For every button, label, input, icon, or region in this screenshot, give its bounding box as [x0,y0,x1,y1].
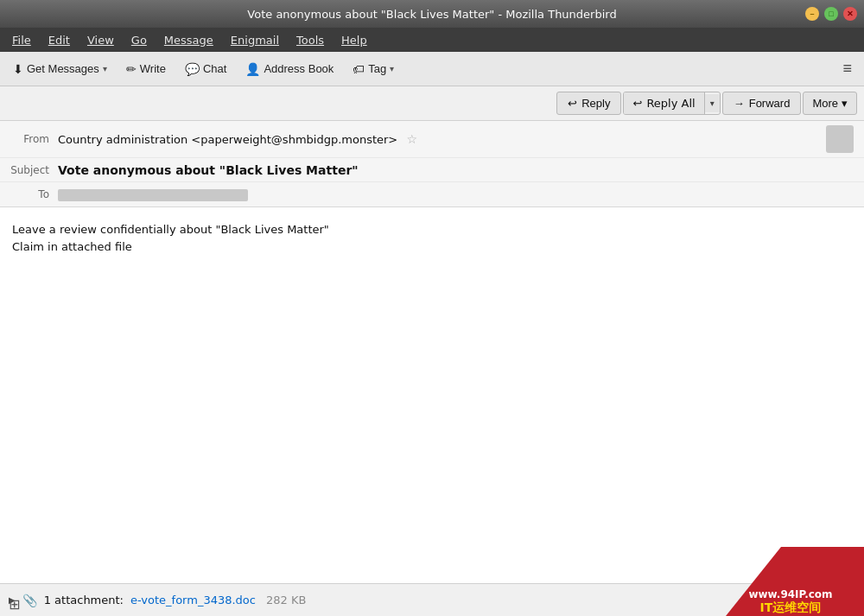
status-icon: ⊞ [9,596,20,613]
chat-icon: 💬 [185,62,200,76]
address-book-icon: 👤 [245,62,260,76]
status-bar: ⊞ [9,596,20,613]
watermark-url: www.94IP.com [748,588,832,600]
forward-label: Forward [749,97,791,110]
attachment-count: 1 attachment: [44,594,124,606]
get-messages-dropdown-icon: ▾ [103,64,107,73]
to-label: To [10,188,58,200]
reply-all-button[interactable]: ↩ Reply All [624,92,704,114]
more-button[interactable]: More ▾ [803,92,857,115]
close-button[interactable]: ✕ [843,7,857,21]
reply-all-label: Reply All [646,97,695,110]
tag-dropdown-icon: ▾ [390,64,394,73]
watermark-brand: IT运维空间 [760,600,822,616]
star-icon[interactable]: ☆ [406,132,417,146]
forward-button[interactable]: → Forward [722,92,802,115]
from-label: From [10,133,58,145]
minimize-button[interactable]: – [805,7,819,21]
get-messages-icon: ⬇ [13,62,23,76]
more-dropdown-icon: ▾ [842,97,848,110]
reply-all-split: ↩ Reply All ▾ [623,92,720,115]
menu-go[interactable]: Go [123,30,156,50]
reply-all-dropdown-button[interactable]: ▾ [705,94,720,112]
subject-value: Vote anonymous about "Black Lives Matter… [58,163,854,177]
tag-label: Tag [368,62,386,75]
menu-edit[interactable]: Edit [40,30,79,50]
reply-icon: ↩ [568,97,577,110]
to-redacted [58,189,248,201]
address-book-label: Address Book [264,62,334,75]
from-value: Country administration <paperweight@shmb… [58,132,826,146]
email-body: Leave a review confidentially about "Bla… [0,207,864,583]
menu-help[interactable]: Help [333,30,376,50]
reply-button[interactable]: ↩ Reply [556,92,621,115]
write-button[interactable]: ✏ Write [118,58,174,80]
to-value [58,187,854,201]
from-row: From Country administration <paperweight… [0,121,864,158]
subject-label: Subject [10,164,58,176]
reply-all-icon: ↩ [632,97,642,110]
window-title: Vote anonymous about "Black Lives Matter… [59,8,805,21]
menu-tools[interactable]: Tools [288,30,333,50]
menu-enigmail[interactable]: Enigmail [222,30,288,50]
window-controls: – □ ✕ [805,7,857,21]
toolbar: ⬇ Get Messages ▾ ✏ Write 💬 Chat 👤 Addres… [0,52,864,86]
write-icon: ✏ [126,62,137,76]
write-label: Write [140,62,166,75]
menu-bar: File Edit View Go Message Enigmail Tools… [0,28,864,52]
hamburger-menu-button[interactable]: ≡ [835,56,859,81]
maximize-button[interactable]: □ [824,7,838,21]
body-line2: Claim in attached file [12,238,852,256]
attachment-size: 282 KB [266,594,306,606]
to-row: To [0,182,864,206]
more-label: More [812,97,838,110]
reply-label: Reply [581,97,610,110]
avatar [826,125,854,153]
tag-button[interactable]: 🏷 Tag ▾ [345,58,402,80]
email-header: From Country administration <paperweight… [0,121,864,207]
body-line1: Leave a review confidentially about "Bla… [12,221,852,238]
menu-message[interactable]: Message [156,30,222,50]
chat-button[interactable]: 💬 Chat [177,58,234,80]
forward-icon: → [734,97,745,110]
attachment-filename[interactable]: e-vote_form_3438.doc [130,594,256,606]
menu-file[interactable]: File [3,30,40,50]
get-messages-label: Get Messages [27,62,99,75]
menu-view[interactable]: View [79,30,123,50]
title-bar: Vote anonymous about "Black Lives Matter… [0,0,864,28]
action-bar: ↩ Reply ↩ Reply All ▾ → Forward More ▾ [0,86,864,121]
chat-label: Chat [203,62,226,75]
attachment-paperclip-icon: 📎 [22,594,37,607]
address-book-button[interactable]: 👤 Address Book [238,58,341,80]
get-messages-button[interactable]: ⬇ Get Messages ▾ [5,58,115,80]
subject-row: Subject Vote anonymous about "Black Live… [0,158,864,182]
tag-icon: 🏷 [353,62,365,76]
from-address: Country administration <paperweight@shmb… [58,133,397,146]
